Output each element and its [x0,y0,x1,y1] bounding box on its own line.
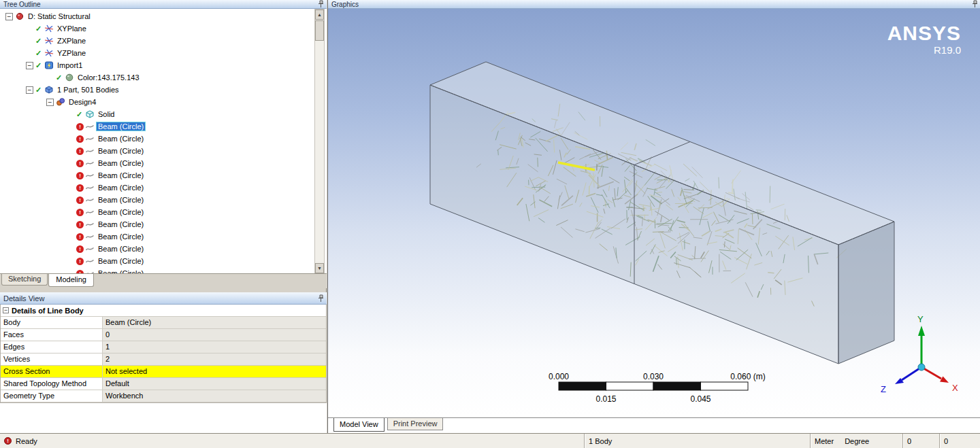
details-table: − Details of Line Body BodyBeam (Circle)… [0,305,327,403]
tab-print-preview[interactable]: Print Preview [387,418,444,430]
tree-item[interactable]: !Beam (Circle) [0,145,327,157]
details-row: Faces0 [1,329,326,341]
ruler-label: 0.030 [643,372,664,381]
triad-origin-sphere [918,364,925,371]
details-row: Cross SectionNot selected [1,366,326,378]
import-icon [44,61,55,70]
tree-item-label: Color:143.175.143 [76,73,142,82]
details-label: Geometry Type [1,390,103,402]
ansys-designmodeler-window: Tree Outline −D: Static Structural✓XYPla… [0,0,980,448]
status-section-selection: 1 Body [584,434,810,448]
check-icon: ✓ [35,37,44,46]
tree-item-label: Solid [96,109,116,119]
tree-item-label: D: Static Structural [26,12,93,21]
tab-model-view[interactable]: Model View [333,418,385,432]
tree-indent-spacer [46,74,54,82]
tree-item[interactable]: !Beam (Circle) [0,206,327,218]
details-label: Faces [1,329,103,341]
tree-item[interactable]: !Beam (Circle) [0,243,327,255]
details-view-header: Details View [0,292,327,305]
tree-indent-spacer [26,50,33,57]
triad-y-label: Y [917,314,924,324]
tree-item-label: Beam (Circle) [96,244,146,254]
tree-expand-toggle[interactable]: − [46,99,54,106]
tree-item[interactable]: !Beam (Circle) [0,182,327,194]
details-label: Vertices [1,354,103,365]
details-value[interactable]: 0 [103,329,326,341]
tree-scrollbar[interactable]: ▲ ▼ [314,9,325,274]
tree-item[interactable]: !Beam (Circle) [0,169,327,182]
status-section-ready: ! Ready [0,434,584,448]
tree-indent-spacer [67,258,74,265]
tree-item[interactable]: !Beam (Circle) [0,267,327,274]
details-value[interactable]: Workbench [103,390,326,402]
view-tab-strip: Model View Print Preview [328,417,980,433]
tree-item[interactable]: ✓Solid [0,108,327,120]
counter1: 0 [907,437,911,445]
tree-item[interactable]: ✓XYPlane [0,22,327,35]
tree-item-label: ZXPlane [55,36,88,46]
graphics-viewport[interactable]: 0.0000.0300.060 (m)0.0150.045 Y X Z ANSY… [328,9,980,417]
tree-outline-title: Tree Outline [0,1,41,8]
status-section-counter1: 0 [902,434,939,448]
details-pin-icon[interactable] [318,294,324,303]
tab-modeling[interactable]: Modeling [48,274,94,287]
ruler-label: 0.000 [549,372,569,381]
down-arrow-icon: ▼ [317,266,322,271]
error-icon: ! [76,184,84,192]
tab-sketching[interactable]: Sketching [1,274,48,286]
beam-icon [85,195,96,205]
tree-item[interactable]: !Beam (Circle) [0,194,327,206]
graphics-pin-icon[interactable] [972,0,978,8]
tree-expand-toggle[interactable]: − [5,13,13,20]
tree-item[interactable]: !Beam (Circle) [0,230,327,243]
tree-expand-toggle[interactable]: − [26,86,33,94]
tree-outline: −D: Static Structural✓XYPlane✓ZXPlane✓YZ… [0,9,327,274]
tree-item[interactable]: ✓YZPlane [0,47,327,59]
solid-icon [85,109,96,119]
error-icon: ! [76,258,84,265]
tree-item[interactable]: −D: Static Structural [0,10,327,22]
ansys-logo: ANSYS [887,22,961,44]
details-value[interactable]: Not selected [103,366,326,377]
scale-bar: 0.0000.0300.060 (m)0.0150.045 [549,372,766,404]
tree-item-label: Import1 [55,61,84,70]
status-section-counter2: 0 [939,434,980,448]
tree-item[interactable]: !Beam (Circle) [0,157,327,169]
tree-pin-icon[interactable] [318,0,324,8]
tree-item[interactable]: −✓Import1 [0,59,327,71]
scroll-down-button[interactable]: ▼ [315,263,324,273]
details-value[interactable]: 1 [103,341,326,353]
details-value[interactable]: Beam (Circle) [103,317,326,328]
tree-item-label: Beam (Circle) [96,256,146,266]
tree-item-label: Beam (Circle) [96,171,146,180]
status-bar: ! Ready 1 Body Meter Degree 0 0 [0,433,980,448]
tree-indent-spacer [26,37,33,45]
scroll-up-button[interactable]: ▲ [315,10,324,20]
tree-item[interactable]: !Beam (Circle) [0,218,327,230]
details-value[interactable]: Default [103,378,326,390]
tree-expand-toggle[interactable]: − [26,62,33,69]
details-label: Cross Section [1,366,103,377]
details-group-header[interactable]: − Details of Line Body [1,305,326,317]
tree-item[interactable]: !Beam (Circle) [0,120,327,133]
tree-item[interactable]: !Beam (Circle) [0,255,327,267]
3d-viewport-canvas[interactable]: 0.0000.0300.060 (m)0.0150.045 Y X Z ANSY… [328,9,980,417]
tree-item[interactable]: !Beam (Circle) [0,133,327,145]
tree-item[interactable]: ✓ZXPlane [0,35,327,47]
check-icon: ✓ [35,49,44,58]
tree-items: −D: Static Structural✓XYPlane✓ZXPlane✓YZ… [0,9,327,274]
details-value[interactable]: 2 [103,354,326,365]
scrollbar-thumb[interactable] [315,20,324,41]
collapse-icon[interactable]: − [3,307,9,313]
error-icon: ! [76,233,84,241]
tree-item[interactable]: ✓Color:143.175.143 [0,71,327,84]
details-row: Edges1 [1,341,326,354]
tree-item[interactable]: −Design4 [0,96,327,108]
graphics-title: Graphics [328,1,359,8]
details-row: BodyBeam (Circle) [1,317,326,329]
beam-icon [85,158,96,168]
error-icon: ! [76,196,84,204]
tree-item[interactable]: −✓1 Part, 501 Bodies [0,84,327,96]
triad-x-label: X [952,383,958,393]
